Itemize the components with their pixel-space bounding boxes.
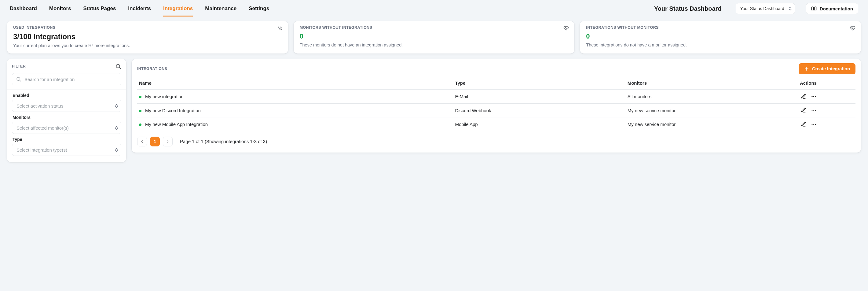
nav-settings[interactable]: Settings — [249, 2, 269, 17]
table-row: My new Discord IntegrationDiscord Webhoo… — [137, 103, 856, 117]
cell-actions — [798, 103, 856, 117]
svg-point-9 — [812, 110, 813, 111]
card-value: 0 — [586, 33, 855, 40]
create-integration-label: Create Integration — [812, 66, 850, 71]
create-integration-button[interactable]: Create Integration — [799, 63, 856, 74]
svg-line-1 — [120, 67, 121, 69]
cell-name: My new Discord Integration — [137, 103, 453, 117]
svg-point-14 — [815, 124, 816, 125]
nav-status-pages[interactable]: Status Pages — [84, 2, 116, 17]
cell-actions — [798, 90, 856, 104]
edit-button[interactable] — [800, 107, 807, 114]
filter-monitors-label: Monitors — [12, 115, 121, 120]
book-icon — [811, 6, 817, 11]
page-number-button[interactable]: 1 — [150, 137, 160, 146]
search-icon[interactable] — [115, 63, 121, 69]
card-monitors-without-integrations: MONITORS WITHOUT INTEGRATIONS 0 These mo… — [293, 21, 575, 54]
col-type: Type — [453, 77, 625, 90]
col-monitors: Monitors — [626, 77, 798, 90]
cell-name: My new Mobile App Integration — [137, 117, 453, 131]
cell-name: My new integration — [137, 90, 453, 104]
filter-type-select[interactable]: Select integration type(s) — [12, 144, 121, 156]
more-actions-button[interactable] — [810, 107, 817, 114]
nav-incidents[interactable]: Incidents — [128, 2, 151, 17]
svg-point-7 — [813, 96, 814, 97]
search-icon — [16, 77, 21, 82]
filter-label: FILTER — [12, 64, 26, 68]
col-actions: Actions — [798, 77, 856, 90]
status-dot-icon — [139, 96, 142, 98]
col-name: Name — [137, 77, 453, 90]
page-prev-button[interactable] — [137, 137, 147, 146]
card-label: INTEGRATIONS WITHOUT MONITORS — [586, 25, 855, 30]
filter-panel: FILTER Enabled Select activation status — [7, 59, 126, 162]
card-integrations-without-monitors: INTEGRATIONS WITHOUT MONITORS 0 These in… — [580, 21, 861, 54]
heart-pulse-icon — [563, 25, 569, 31]
nav-tabs: Dashboard Monitors Status Pages Incident… — [10, 2, 269, 17]
select-caret-icon — [115, 126, 118, 130]
filter-monitors-select[interactable]: Select affected monitor(s) — [12, 122, 121, 134]
card-description: These monitors do not have an integratio… — [300, 42, 568, 48]
svg-point-6 — [812, 96, 813, 97]
svg-point-11 — [815, 110, 816, 111]
card-used-integrations: № USED INTEGRATIONS 3/100 Integrations Y… — [7, 21, 288, 54]
stats-row: № USED INTEGRATIONS 3/100 Integrations Y… — [0, 17, 868, 54]
select-placeholder: Select integration type(s) — [17, 147, 67, 152]
svg-point-13 — [813, 124, 814, 125]
card-label: MONITORS WITHOUT INTEGRATIONS — [300, 25, 568, 30]
card-label: USED INTEGRATIONS — [13, 25, 282, 30]
table-row: My new Mobile App IntegrationMobile AppM… — [137, 117, 856, 131]
plus-icon — [804, 66, 809, 71]
filter-enabled-select[interactable]: Select activation status — [12, 100, 121, 112]
filter-type-label: Type — [12, 137, 121, 142]
card-description: Your current plan allows you to create 9… — [13, 43, 282, 48]
filter-enabled-group: Enabled Select activation status — [12, 93, 121, 112]
table-row: My new integrationE-MailAll monitors — [137, 90, 856, 104]
heart-pulse-icon — [850, 25, 856, 31]
search-input[interactable] — [24, 77, 117, 82]
cell-monitors: My new service monitor — [626, 117, 798, 131]
status-dot-icon — [139, 110, 142, 112]
nav-monitors[interactable]: Monitors — [49, 2, 71, 17]
nav-integrations[interactable]: Integrations — [163, 2, 193, 17]
divider — [7, 90, 126, 90]
filter-monitors-group: Monitors Select affected monitor(s) — [12, 115, 121, 134]
brand-title: Your Status Dashboard — [654, 5, 722, 12]
more-actions-button[interactable] — [810, 120, 817, 128]
select-caret-icon — [115, 104, 118, 108]
pagination-summary: Page 1 of 1 (Showing integrations 1-3 of… — [180, 139, 267, 144]
cell-type: Discord Webhook — [453, 103, 625, 117]
edit-button[interactable] — [800, 93, 807, 100]
integrations-panel: INTEGRATIONS Create Integration Name Typ… — [131, 59, 861, 153]
top-navigation: Dashboard Monitors Status Pages Incident… — [0, 0, 868, 17]
select-placeholder: Select activation status — [17, 103, 63, 109]
card-value: 0 — [300, 33, 568, 40]
cell-monitors: My new service monitor — [626, 103, 798, 117]
integration-name: My new Mobile App Integration — [145, 122, 208, 127]
workspace-selector[interactable]: Your Status Dashboard — [736, 3, 795, 14]
pagination: 1 Page 1 of 1 (Showing integrations 1-3 … — [137, 137, 856, 146]
select-placeholder: Select affected monitor(s) — [17, 125, 69, 130]
cell-type: E-Mail — [453, 90, 625, 104]
card-description: These integrations do not have a monitor… — [586, 42, 855, 48]
select-caret-icon — [115, 148, 118, 152]
svg-point-10 — [813, 110, 814, 111]
nav-dashboard[interactable]: Dashboard — [10, 2, 37, 17]
documentation-label: Documentation — [820, 6, 853, 11]
integrations-label: INTEGRATIONS — [137, 67, 167, 71]
workspace-selector-value: Your Status Dashboard — [740, 6, 784, 11]
filter-enabled-label: Enabled — [12, 93, 121, 98]
svg-line-3 — [20, 80, 21, 81]
svg-point-12 — [812, 124, 813, 125]
status-dot-icon — [139, 123, 142, 126]
card-value: 3/100 Integrations — [13, 33, 282, 41]
search-field[interactable] — [12, 73, 121, 85]
edit-button[interactable] — [800, 120, 807, 128]
cell-type: Mobile App — [453, 117, 625, 131]
cell-monitors: All monitors — [626, 90, 798, 104]
nav-maintenance[interactable]: Maintenance — [205, 2, 237, 17]
documentation-button[interactable]: Documentation — [806, 3, 858, 14]
cell-actions — [798, 117, 856, 131]
more-actions-button[interactable] — [810, 93, 817, 100]
page-next-button[interactable] — [163, 137, 173, 146]
